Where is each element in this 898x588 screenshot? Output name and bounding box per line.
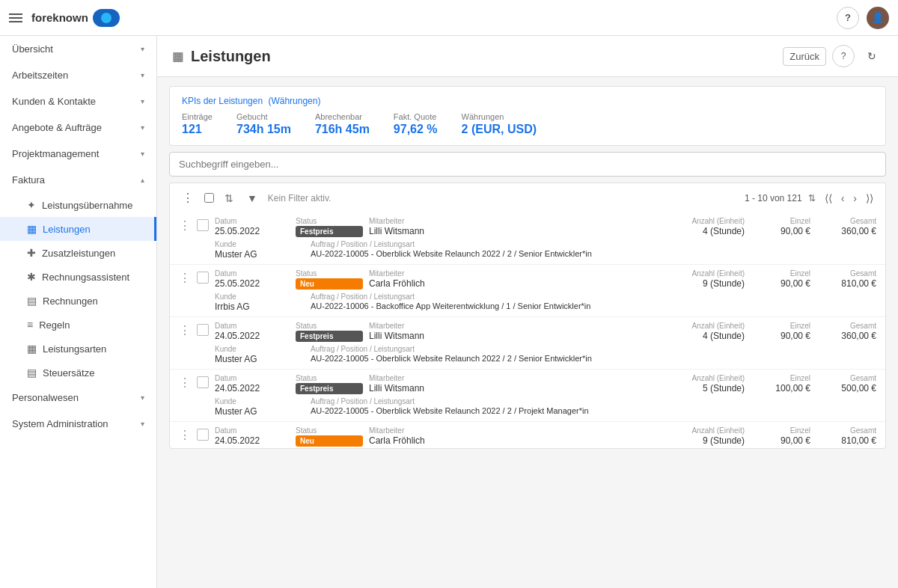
main-content: ▦ Leistungen Zurück ? ↻ KPIs der Leistun… — [157, 36, 898, 588]
kpi-wahrungen: Währungen 2 (EUR, USD) — [462, 112, 537, 136]
table-row: ⋮ Datum 24.05.2022 Status Neu Mitarbeite… — [170, 422, 885, 448]
row-checkbox[interactable] — [197, 429, 209, 441]
sidebar-item-system-administration[interactable]: System Administration ▾ — [0, 411, 156, 437]
table-row: ⋮ Datum 25.05.2022 Status Festpreis Mita… — [170, 212, 885, 265]
page-actions: Zurück ? ↻ — [783, 45, 883, 67]
select-all-checkbox[interactable] — [204, 193, 214, 203]
last-page-button[interactable]: ⟩⟩ — [863, 191, 876, 206]
kpi-title: KPIs der Leistungen (Währungen) — [182, 96, 873, 106]
sidebar-item-personalwesen[interactable]: Personalwesen ▾ — [0, 385, 156, 411]
header-actions: ? 👤 — [837, 7, 889, 29]
regeln-icon: ≡ — [27, 319, 33, 331]
table-row: ⋮ Datum 24.05.2022 Status Festpreis Mita… — [170, 370, 885, 422]
row-menu-button[interactable]: ⋮ — [179, 269, 191, 285]
steuersatze-icon: ▤ — [27, 367, 37, 379]
more-options-button[interactable]: ⋮ — [179, 189, 197, 206]
sidebar-item-kunden[interactable]: Kunden & Kontakte ▾ — [0, 88, 156, 114]
status-badge: Festpreis — [296, 331, 363, 342]
chevron-down-icon: ▾ — [141, 150, 144, 158]
chevron-down-icon: ▾ — [141, 45, 144, 53]
app-logo: foreknown — [31, 9, 120, 27]
filter-text: Kein Filter aktiv. — [268, 193, 737, 203]
status-badge: Festpreis — [296, 226, 363, 237]
page-title-icon: ▦ — [172, 49, 183, 64]
table-row: ⋮ Datum 24.05.2022 Status Festpreis Mita… — [170, 317, 885, 370]
filter-button[interactable]: ▼ — [244, 191, 260, 206]
app-header: foreknown ? 👤 — [0, 0, 898, 36]
sidebar: Übersicht ▾ Arbeitszeiten ▾ Kunden & Kon… — [0, 36, 157, 588]
row-menu-button[interactable]: ⋮ — [179, 426, 191, 442]
chevron-down-icon: ▾ — [141, 393, 144, 402]
kpi-fakt-quote: Fakt. Quote 97,62 % — [394, 112, 438, 136]
chevron-down-icon: ▾ — [141, 97, 144, 105]
sidebar-item-steuersatze[interactable]: ▤ Steuersätze — [0, 361, 156, 385]
sidebar-item-zusatzleistungen[interactable]: ✚ Zusatzleistungen — [0, 241, 156, 265]
sidebar-item-regeln[interactable]: ≡ Regeln — [0, 313, 156, 337]
sidebar-item-ubersicht[interactable]: Übersicht ▾ — [0, 36, 156, 62]
row-checkbox[interactable] — [197, 376, 209, 388]
chevron-down-icon: ▾ — [141, 123, 144, 132]
status-badge: Festpreis — [296, 383, 363, 394]
page-header: ▦ Leistungen Zurück ? ↻ — [157, 36, 898, 77]
sidebar-item-projekt[interactable]: Projektmanagement ▾ — [0, 141, 156, 167]
first-page-button[interactable]: ⟨⟨ — [822, 191, 835, 206]
zusatzleistungen-icon: ✚ — [27, 247, 36, 259]
data-table: ⋮ Datum 25.05.2022 Status Festpreis Mita… — [169, 212, 886, 449]
back-button[interactable]: Zurück — [783, 47, 826, 66]
sidebar-item-arbeitszeiten[interactable]: Arbeitszeiten ▾ — [0, 62, 156, 88]
table-row: ⋮ Datum 25.05.2022 Status Neu Mitarbeite… — [170, 265, 885, 317]
sidebar-item-leistungen[interactable]: ▦ Leistungen — [0, 217, 156, 241]
row-checkbox[interactable] — [197, 324, 209, 336]
sort-button[interactable]: ⇅ — [222, 191, 236, 206]
row-checkbox[interactable] — [197, 219, 209, 231]
help-page-button[interactable]: ? — [832, 45, 855, 67]
help-button[interactable]: ? — [837, 7, 859, 29]
row-menu-button[interactable]: ⋮ — [179, 322, 191, 337]
logo-icon — [93, 9, 120, 27]
row-checkbox[interactable] — [197, 272, 209, 284]
leistungsübernahme-icon: ✦ — [27, 199, 36, 211]
page-title-group: ▦ Leistungen — [172, 48, 271, 65]
row-menu-button[interactable]: ⋮ — [179, 374, 191, 390]
prev-page-button[interactable]: ‹ — [838, 191, 848, 206]
chevron-down-icon: ▾ — [141, 420, 144, 428]
sidebar-item-faktura[interactable]: Faktura ▴ — [0, 167, 156, 193]
leistungen-icon: ▦ — [27, 223, 37, 235]
sidebar-item-leistungsübernahme[interactable]: ✦ Leistungsübernahme — [0, 193, 156, 217]
next-page-button[interactable]: › — [850, 191, 860, 206]
leistungsarten-icon: ▦ — [27, 343, 37, 355]
rechnungen-icon: ▤ — [27, 295, 37, 307]
chevron-up-icon: ▴ — [141, 176, 144, 184]
kpi-gebucht: Gebucht 734h 15m — [236, 112, 291, 136]
rechnungsassistent-icon: ✱ — [27, 271, 36, 283]
kpi-row: Einträge 121 Gebucht 734h 15m Abrechenba… — [182, 112, 873, 136]
logo-text: foreknown — [31, 11, 88, 24]
sidebar-item-leistungsarten[interactable]: ▦ Leistungsarten — [0, 337, 156, 361]
refresh-button[interactable]: ↻ — [861, 45, 883, 67]
sort-asc-button[interactable]: ⇅ — [805, 192, 819, 205]
sidebar-item-rechnungen[interactable]: ▤ Rechnungen — [0, 289, 156, 313]
chevron-down-icon: ▾ — [141, 71, 144, 79]
pagination: 1 - 10 von 121 ⇅ ⟨⟨ ‹ › ⟩⟩ — [745, 191, 876, 206]
status-badge: Neu — [296, 278, 363, 290]
table-controls: ⋮ ⇅ ▼ Kein Filter aktiv. 1 - 10 von 121 … — [169, 183, 886, 212]
user-avatar[interactable]: 👤 — [867, 7, 889, 29]
kpi-eintrrage: Einträge 121 — [182, 112, 213, 136]
kpi-panel: KPIs der Leistungen (Währungen) Einträge… — [169, 86, 886, 146]
menu-button[interactable] — [9, 7, 22, 29]
sidebar-item-rechnungsassistent[interactable]: ✱ Rechnungsassistent — [0, 265, 156, 289]
search-input[interactable] — [169, 152, 886, 177]
row-menu-button[interactable]: ⋮ — [179, 217, 191, 233]
kpi-abrechenbar: Abrechenbar 716h 45m — [315, 112, 370, 136]
status-badge: Neu — [296, 435, 363, 447]
sidebar-item-angebote[interactable]: Angebote & Aufträge ▾ — [0, 114, 156, 141]
search-wrap — [169, 152, 886, 177]
page-title: Leistungen — [191, 48, 271, 65]
